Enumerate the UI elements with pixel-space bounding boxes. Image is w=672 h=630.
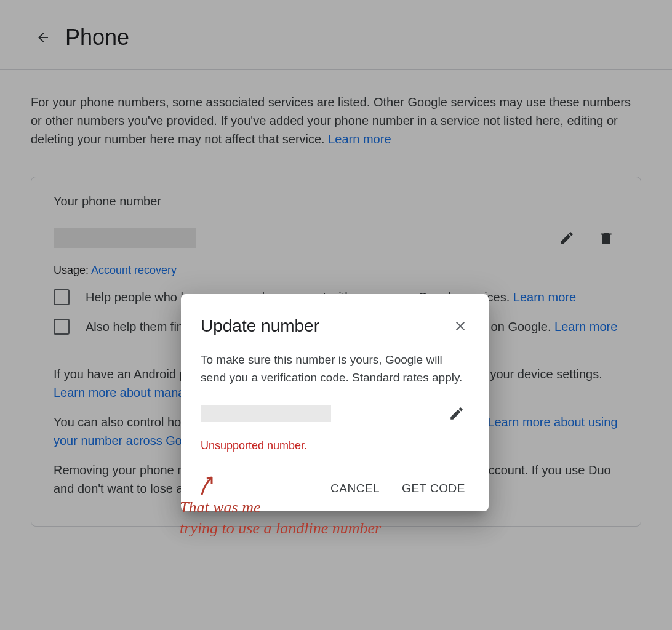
dialog-edit-number-button[interactable]: [444, 401, 469, 426]
dialog-error-text: Unsupported number.: [201, 439, 469, 452]
cancel-button[interactable]: CANCEL: [330, 482, 380, 495]
dialog-body-text: To make sure this number is yours, Googl…: [201, 351, 469, 386]
dialog-phone-number-masked: [201, 405, 331, 422]
close-icon: [453, 319, 468, 333]
pencil-icon: [449, 405, 465, 421]
update-number-dialog: Update number To make sure this number i…: [181, 294, 489, 511]
get-code-button[interactable]: GET CODE: [402, 482, 465, 495]
dialog-title: Update number: [201, 316, 452, 336]
dialog-close-button[interactable]: [452, 317, 469, 335]
